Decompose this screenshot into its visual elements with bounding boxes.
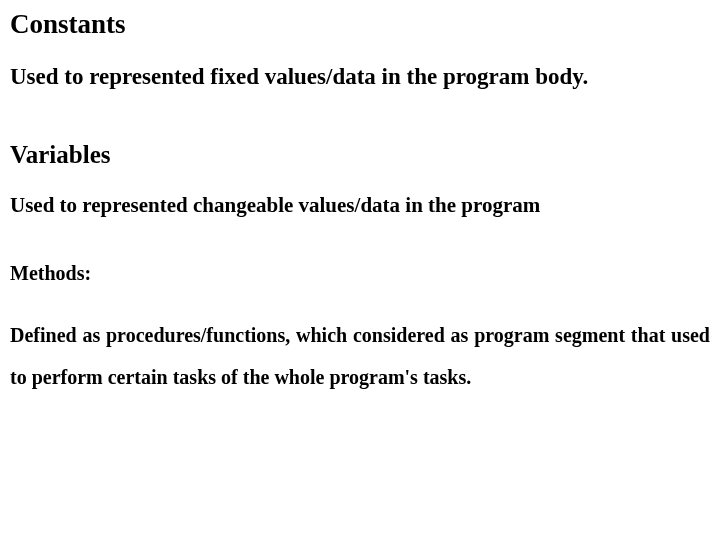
methods-body: Defined as procedures/functions, which c… <box>10 314 710 398</box>
constants-body: Used to represented fixed values/data in… <box>10 62 710 92</box>
methods-heading: Methods: <box>10 260 710 286</box>
document-page: Constants Used to represented fixed valu… <box>0 0 720 398</box>
constants-heading: Constants <box>10 8 710 40</box>
variables-heading: Variables <box>10 140 710 170</box>
variables-body: Used to represented changeable values/da… <box>10 192 710 219</box>
